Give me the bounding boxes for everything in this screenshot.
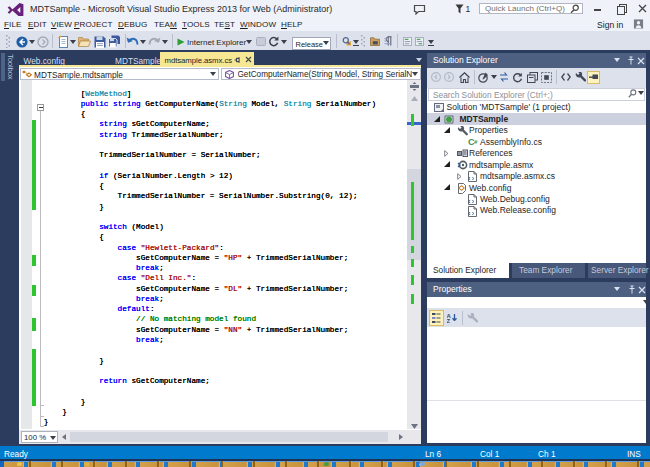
svg-text:Z: Z <box>447 318 451 323</box>
svg-text:#: # <box>474 139 478 145</box>
